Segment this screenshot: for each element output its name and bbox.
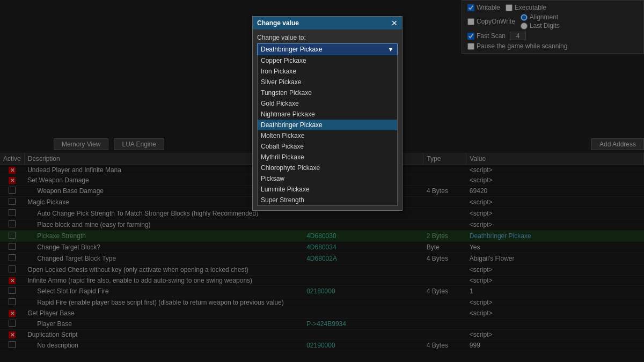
dropdown-item[interactable]: Deathbringer Pickaxe <box>258 120 397 130</box>
dialog-title: Change value <box>257 19 299 27</box>
dropdown-item[interactable]: Tungsten Pickaxe <box>258 87 397 98</box>
dialog-selected-text: Deathbringer Pickaxe <box>261 46 323 53</box>
dialog-label: Change value to: <box>257 34 398 41</box>
dialog-body: Change value to: Deathbringer Pickaxe ▼ … <box>253 29 402 210</box>
dropdown-arrow-icon: ▼ <box>387 46 394 53</box>
dropdown-item[interactable]: Gold Pickaxe <box>258 98 397 109</box>
dropdown-item[interactable]: Molten Pickaxe <box>258 130 397 141</box>
dropdown-item[interactable]: Iron Pickaxe <box>258 66 397 77</box>
dropdown-item[interactable]: Luminite Pickaxe <box>258 184 397 195</box>
change-value-dialog: Change value ✕ Change value to: Deathbri… <box>252 16 402 211</box>
dropdown-item[interactable]: Cobalt Pickaxe <box>258 141 397 152</box>
dropdown-item[interactable]: Picksaw <box>258 173 397 184</box>
dropdown-list: Copper PickaxeIron PickaxeSilver Pickaxe… <box>257 55 398 206</box>
dialog-close-button[interactable]: ✕ <box>391 19 398 27</box>
dropdown-item[interactable]: Silver Pickaxe <box>258 77 397 87</box>
dropdown-item[interactable]: Nightmare Pickaxe <box>258 109 397 120</box>
dropdown-item[interactable]: Chlorophyte Pickaxe <box>258 162 397 173</box>
dropdown-item[interactable]: Super Strength <box>258 195 397 205</box>
dropdown-item[interactable]: Copper Pickaxe <box>258 55 397 66</box>
dropdown-item[interactable]: Mythril Pickaxe <box>258 152 397 162</box>
dialog-titlebar: Change value ✕ <box>253 17 402 29</box>
dialog-select-display[interactable]: Deathbringer Pickaxe ▼ <box>257 43 398 55</box>
